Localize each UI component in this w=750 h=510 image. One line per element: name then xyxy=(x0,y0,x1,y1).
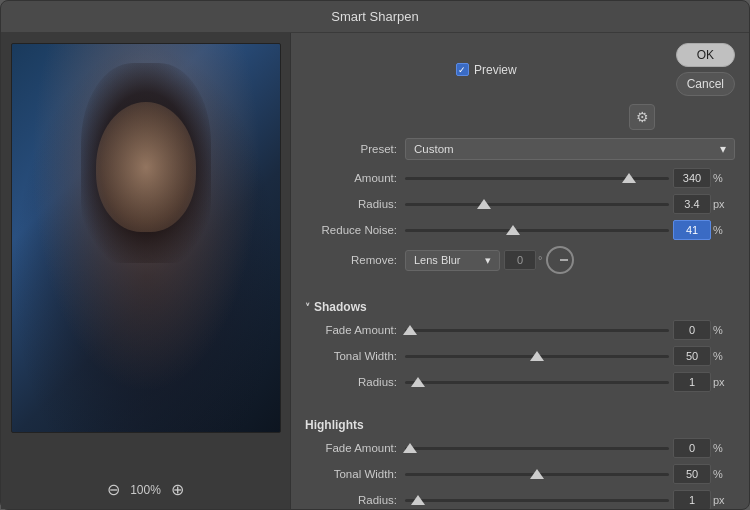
radius-track xyxy=(405,203,669,206)
highlights-fade-slider[interactable] xyxy=(405,438,669,458)
reduce-noise-track xyxy=(405,229,669,232)
amount-thumb xyxy=(622,173,636,183)
shadows-fade-thumb xyxy=(403,325,417,335)
highlights-radius-label: Radius: xyxy=(305,494,405,506)
highlights-radius-track xyxy=(405,499,669,502)
angle-value-box[interactable]: 0 xyxy=(504,250,536,270)
remove-label: Remove: xyxy=(305,254,405,266)
highlights-radius-thumb xyxy=(411,495,425,505)
preset-chevron-icon: ▾ xyxy=(720,142,726,156)
preset-label: Preset: xyxy=(305,143,405,155)
shadows-fade-value[interactable]: 0 xyxy=(673,320,711,340)
highlights-tonal-slider[interactable] xyxy=(405,464,669,484)
preset-select[interactable]: Custom ▾ xyxy=(405,138,735,160)
highlights-title: Highlights xyxy=(305,418,364,432)
highlights-fade-row: Fade Amount: 0 % xyxy=(305,438,735,458)
highlights-fade-unit: % xyxy=(713,442,735,454)
shadows-tonal-value[interactable]: 50 xyxy=(673,346,711,366)
shadows-radius-track xyxy=(405,381,669,384)
shadows-fade-track xyxy=(405,329,669,332)
amount-row: Amount: 340 % xyxy=(305,168,735,188)
shadows-radius-thumb xyxy=(411,377,425,387)
shadows-fade-slider[interactable] xyxy=(405,320,669,340)
amount-slider[interactable] xyxy=(405,168,669,188)
title-text: Smart Sharpen xyxy=(331,9,418,24)
preview-check-row: ✓ Preview xyxy=(305,63,668,77)
shadows-radius-slider[interactable] xyxy=(405,372,669,392)
radius-value[interactable]: 3.4 xyxy=(673,194,711,214)
amount-value[interactable]: 340 xyxy=(673,168,711,188)
remove-select[interactable]: Lens Blur ▾ xyxy=(405,250,500,271)
shadows-fade-unit: % xyxy=(713,324,735,336)
reduce-noise-unit: % xyxy=(713,224,735,236)
radius-slider[interactable] xyxy=(405,194,669,214)
shadows-fade-label: Fade Amount: xyxy=(305,324,405,336)
dialog-title: Smart Sharpen xyxy=(1,1,749,33)
reduce-noise-slider[interactable] xyxy=(405,220,669,240)
reduce-noise-thumb xyxy=(506,225,520,235)
shadows-tonal-unit: % xyxy=(713,350,735,362)
remove-row: Remove: Lens Blur ▾ 0 ° xyxy=(305,246,735,274)
shadows-radius-unit: px xyxy=(713,376,735,388)
highlights-fade-label: Fade Amount: xyxy=(305,442,405,454)
preset-value: Custom xyxy=(414,143,454,155)
angle-unit: ° xyxy=(538,254,542,266)
shadows-radius-label: Radius: xyxy=(305,376,405,388)
highlights-radius-slider[interactable] xyxy=(405,490,669,509)
top-bar: ✓ Preview OK Cancel xyxy=(305,43,735,96)
zoom-level-label: 100% xyxy=(130,483,161,497)
gear-icon: ⚙ xyxy=(636,109,649,125)
radius-row: Radius: 3.4 px xyxy=(305,194,735,214)
face-decoration xyxy=(96,102,196,232)
angle-dial[interactable] xyxy=(546,246,574,274)
shadows-tonal-track xyxy=(405,355,669,358)
reduce-noise-value[interactable]: 41 xyxy=(673,220,711,240)
shadows-fade-row: Fade Amount: 0 % xyxy=(305,320,735,340)
zoom-out-icon[interactable]: ⊖ xyxy=(107,480,120,499)
shadows-tonal-thumb xyxy=(530,351,544,361)
preview-panel: ⊖ 100% ⊕ xyxy=(1,33,291,509)
ok-button[interactable]: OK xyxy=(676,43,735,67)
highlights-header: Highlights xyxy=(305,418,735,432)
reduce-noise-row: Reduce Noise: 41 % xyxy=(305,220,735,240)
highlights-tonal-row: Tonal Width: 50 % xyxy=(305,464,735,484)
highlights-tonal-value[interactable]: 50 xyxy=(673,464,711,484)
shadows-radius-value[interactable]: 1 xyxy=(673,372,711,392)
highlights-tonal-track xyxy=(405,473,669,476)
preset-row: Preset: Custom ▾ xyxy=(305,138,735,160)
preview-checkbox[interactable]: ✓ xyxy=(456,63,469,76)
controls-panel: ✓ Preview OK Cancel ⚙ Preset: xyxy=(291,33,749,509)
reduce-noise-label: Reduce Noise: xyxy=(305,224,405,236)
smart-sharpen-dialog: Smart Sharpen ⊖ 100% ⊕ ✓ Preview xyxy=(0,0,750,510)
preview-label: Preview xyxy=(474,63,517,77)
zoom-in-icon[interactable]: ⊕ xyxy=(171,480,184,499)
highlights-radius-row: Radius: 1 px xyxy=(305,490,735,509)
preview-image[interactable] xyxy=(11,43,281,433)
gear-button[interactable]: ⚙ xyxy=(629,104,655,130)
shadows-tonal-label: Tonal Width: xyxy=(305,350,405,362)
radius-thumb xyxy=(477,199,491,209)
preview-controls: ⊖ 100% ⊕ xyxy=(107,480,184,499)
radius-label: Radius: xyxy=(305,198,405,210)
shadows-chevron-icon[interactable]: ˅ xyxy=(305,302,310,313)
shadows-title: Shadows xyxy=(314,300,367,314)
highlights-radius-unit: px xyxy=(713,494,735,506)
shadows-radius-row: Radius: 1 px xyxy=(305,372,735,392)
highlights-tonal-unit: % xyxy=(713,468,735,480)
radius-unit: px xyxy=(713,198,735,210)
highlights-fade-value[interactable]: 0 xyxy=(673,438,711,458)
cancel-button[interactable]: Cancel xyxy=(676,72,735,96)
amount-label: Amount: xyxy=(305,172,405,184)
main-content: ⊖ 100% ⊕ ✓ Preview OK Cancel xyxy=(1,33,749,509)
gear-row: ⚙ xyxy=(305,104,735,130)
highlights-tonal-label: Tonal Width: xyxy=(305,468,405,480)
highlights-radius-value[interactable]: 1 xyxy=(673,490,711,509)
amount-unit: % xyxy=(713,172,735,184)
action-buttons: OK Cancel xyxy=(676,43,735,96)
shadows-tonal-slider[interactable] xyxy=(405,346,669,366)
shadows-header: ˅ Shadows xyxy=(305,300,735,314)
remove-chevron-icon: ▾ xyxy=(485,254,491,267)
shadows-tonal-row: Tonal Width: 50 % xyxy=(305,346,735,366)
highlights-fade-thumb xyxy=(403,443,417,453)
highlights-tonal-thumb xyxy=(530,469,544,479)
